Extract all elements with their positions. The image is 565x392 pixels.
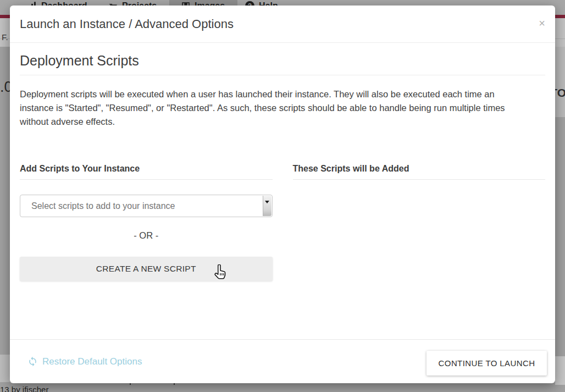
section-heading: Deployment Scripts (20, 53, 545, 75)
restore-default-options-link[interactable]: Restore Default Options (27, 356, 142, 367)
background-panel-fragment-bottom-right (555, 356, 565, 385)
continue-to-launch-button[interactable]: CONTINUE TO LAUNCH (426, 351, 547, 376)
background-panel-fragment-bottom-left (0, 355, 10, 382)
modal-title: Launch an Instance / Advanced Options (20, 17, 234, 31)
background-text-fragment-left-top: F. (2, 32, 8, 42)
close-icon[interactable]: × (539, 18, 545, 29)
added-scripts-column: These Scripts will be Added (293, 164, 546, 281)
add-scripts-column: Add Scripts to Your Instance Select scri… (20, 164, 273, 281)
two-column-layout: Add Scripts to Your Instance Select scri… (20, 164, 545, 281)
advanced-options-modal: Launch an Instance / Advanced Options × … (10, 5, 555, 383)
refresh-icon (27, 356, 38, 367)
added-scripts-column-header: These Scripts will be Added (293, 164, 546, 180)
restore-default-options-label: Restore Default Options (42, 356, 142, 367)
chevron-down-icon[interactable] (263, 196, 272, 216)
scripts-select-placeholder: Select scripts to add to your instance (20, 201, 175, 211)
modal-body: Deployment Scripts Deployment scripts wi… (10, 53, 555, 281)
modal-footer: Restore Default Options CONTINUE TO LAUN… (10, 339, 555, 383)
background-text-fragment-byline: 13 by jfischer (0, 385, 48, 392)
or-separator-text: - OR - (20, 230, 273, 241)
background-panel-fragment-right: TO (555, 47, 565, 117)
section-description: Deployment scripts will be executed when… (20, 87, 529, 129)
modal-header: Launch an Instance / Advanced Options × (10, 5, 555, 43)
add-scripts-column-header: Add Scripts to Your Instance (20, 164, 273, 180)
scripts-select[interactable]: Select scripts to add to your instance (20, 195, 273, 217)
create-new-script-button[interactable]: CREATE A NEW SCRIPT (20, 257, 273, 281)
